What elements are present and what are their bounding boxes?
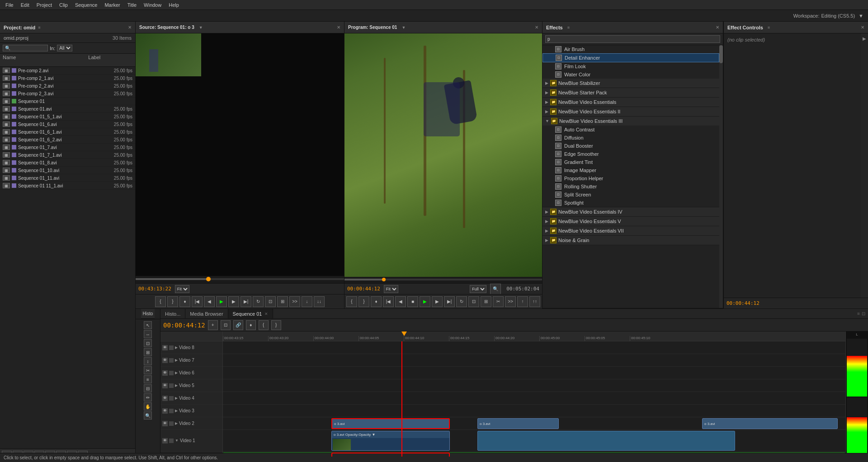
effects-group-noise-header[interactable]: ▶ 📁 Noise & Grain [542, 236, 719, 245]
track-v6-row[interactable] [223, 367, 845, 379]
clip-v2-o3avi-3[interactable]: o 3.avi [702, 418, 838, 429]
track-v1-lock[interactable] [169, 439, 174, 443]
track-v7-eye[interactable]: 👁 [162, 358, 168, 363]
effects-group-nbeiii-header[interactable]: ▼ 📁 NewBlue Video Essentials III [542, 117, 719, 126]
program-out-point-btn[interactable]: } [359, 296, 369, 307]
program-add-marker-btn[interactable]: ♦ [371, 296, 382, 307]
effects-item-edge-smoother[interactable]: ⊡ Edge Smoother [542, 150, 719, 158]
menu-help[interactable]: Help [165, 1, 183, 9]
menu-file[interactable]: File [2, 1, 17, 9]
program-quality-select[interactable]: Full [470, 285, 486, 293]
source-out-point-btn[interactable]: } [167, 296, 178, 307]
track-v6-expand[interactable]: ▶ [175, 371, 178, 375]
workspace-collapse-btn[interactable]: ▼ [859, 13, 863, 19]
slip-tool-btn[interactable]: ≡ [144, 375, 152, 383]
track-v1-row[interactable]: o 3.avi Opacity:Opacity ▼ [223, 430, 845, 452]
project-panel-menu-btn[interactable]: ≡ [38, 25, 40, 30]
razor-tool-btn[interactable]: ✂ [144, 366, 152, 374]
menu-sequence[interactable]: Sequence [71, 1, 101, 9]
project-list-item[interactable]: ▦ Sequence 01_7.avi 25.00 fps [0, 144, 135, 151]
program-stop-btn[interactable]: ■ [407, 296, 418, 307]
effects-item-split-screen[interactable]: ⊡ Split Screen [542, 191, 719, 199]
workspace-name[interactable]: Editing (CS5.5) [821, 13, 855, 19]
effects-item-image-mapper[interactable]: ⊡ Image Mapper [542, 166, 719, 174]
effects-item-airbrush[interactable]: ⊡ Air Brush [542, 45, 719, 53]
effects-item-gradient-tint[interactable]: ⊡ Gradient Tint [542, 158, 719, 166]
track-v8-expand[interactable]: ▶ [175, 345, 178, 350]
timeline-ruler[interactable]: 00:00:43:15 00:00:43:20 00:00:44:00 00:0… [223, 331, 845, 341]
track-v8-row[interactable] [223, 341, 845, 354]
source-more-btn[interactable]: >> [289, 296, 300, 307]
track-v5-eye[interactable]: 👁 [162, 383, 168, 388]
effects-scrollbar[interactable] [719, 45, 723, 308]
menu-clip[interactable]: Clip [56, 1, 71, 9]
source-scrubber[interactable] [136, 276, 344, 283]
set-out-btn[interactable]: } [271, 320, 281, 330]
project-panel-close-btn[interactable]: ✕ [128, 25, 132, 30]
effects-item-water-color[interactable]: ⊡ Water Color [542, 70, 719, 79]
source-insert-btn[interactable]: ↓ [302, 296, 312, 307]
track-v1-eye[interactable]: 👁 [162, 438, 168, 443]
project-list-item[interactable]: ▦ Sequence 01_11.avi 25.00 fps [0, 174, 135, 182]
project-list-item[interactable]: ▦ Sequence 01_5_1.avi 25.00 fps [0, 113, 135, 121]
project-list-item[interactable]: ▦ Sequence 01_6.avi 25.00 fps [0, 121, 135, 128]
filter-dropdown[interactable]: All [57, 45, 72, 51]
menu-title[interactable]: Title [124, 1, 140, 9]
program-zoom-btn[interactable]: 🔍 [490, 284, 501, 294]
track-v3-row[interactable] [223, 405, 845, 417]
clip-v2-o3avi-selected[interactable]: o 3.avi [331, 418, 450, 429]
effects-item-rolling-shutter[interactable]: ⊡ Rolling Shutter [542, 182, 719, 191]
program-safe-margins-btn[interactable]: ⊡ [468, 296, 479, 307]
program-more-btn[interactable]: >> [505, 296, 516, 307]
add-marker-tl-btn[interactable]: ♦ [246, 320, 256, 330]
program-go-prev-edit-btn[interactable]: |◀ [383, 296, 394, 307]
add-track-btn[interactable]: + [208, 320, 218, 330]
track-v5-expand[interactable]: ▶ [175, 383, 178, 387]
track-v7-lock[interactable] [169, 358, 174, 363]
track-v8-lock[interactable] [169, 345, 174, 350]
source-loop-btn[interactable]: ↻ [253, 296, 264, 307]
source-in-point-btn[interactable]: { [155, 296, 166, 307]
source-overwrite-btn[interactable]: ↓↓ [314, 296, 325, 307]
effect-controls-menu[interactable]: ≡ [768, 25, 770, 30]
effects-item-proportion-helper[interactable]: ⊡ Proportion Helper [542, 174, 719, 182]
effects-group-newblue-starter-header[interactable]: ▶ 📁 NewBlue Starter Pack [542, 88, 719, 97]
effects-panel-close[interactable]: ✕ [716, 25, 719, 30]
program-monitor-menu[interactable]: ▼ [401, 25, 406, 30]
effects-search-input[interactable] [545, 35, 720, 43]
effects-item-spotlight[interactable]: ⊡ Spotlight [542, 199, 719, 207]
program-step-back-btn[interactable]: ◀ [395, 296, 406, 307]
source-go-prev-edit-btn[interactable]: |◀ [192, 296, 203, 307]
timeline-tab-media-browser[interactable]: Media Browser [185, 309, 228, 318]
effect-controls-close[interactable]: ✕ [861, 25, 864, 30]
source-add-marker-btn[interactable]: ♦ [179, 296, 190, 307]
track-v5-lock[interactable] [169, 383, 174, 388]
slide-tool-btn[interactable]: ⊟ [144, 384, 152, 392]
set-in-btn[interactable]: { [259, 320, 269, 330]
project-list-item[interactable]: ▦ Sequence 01.avi 25.00 fps [0, 105, 135, 113]
track-v6-eye[interactable]: 👁 [162, 370, 168, 376]
clip-v1-o3avi[interactable]: o 3.avi Opacity:Opacity ▼ [331, 431, 450, 451]
menu-edit[interactable]: Edit [17, 1, 33, 9]
project-list-item[interactable]: ▦ Sequence 01 [0, 98, 135, 105]
source-output-btn[interactable]: ⊞ [277, 296, 288, 307]
source-monitor-menu[interactable]: ▼ [199, 25, 203, 30]
project-search-input[interactable] [3, 45, 48, 51]
track-v2-eye[interactable]: 👁 [162, 421, 168, 426]
timeline-tab-history[interactable]: Histo... [160, 309, 185, 318]
pen-tool-btn[interactable]: ✏ [144, 393, 152, 401]
project-list-item[interactable]: ▦ Sequence 01_7_1.avi 25.00 fps [0, 151, 135, 159]
panel-menu-icon[interactable]: ≡ [857, 311, 860, 316]
source-fit-select[interactable]: Fit [175, 285, 189, 293]
linked-selection-btn[interactable]: 🔗 [233, 320, 243, 330]
menu-window[interactable]: Window [140, 1, 165, 9]
menu-marker[interactable]: Marker [101, 1, 123, 9]
program-play-btn[interactable]: ▶ [420, 296, 430, 307]
source-step-fwd-btn[interactable]: ▶ [228, 296, 239, 307]
project-list-item[interactable]: ▦ Sequence 01_6_1.avi 25.00 fps [0, 128, 135, 136]
program-go-next-edit-btn[interactable]: ▶| [444, 296, 455, 307]
program-lift-btn[interactable]: ↑ [517, 296, 528, 307]
track-v4-row[interactable] [223, 392, 845, 405]
source-monitor-close[interactable]: ✕ [337, 25, 340, 30]
sequence01-tab-close[interactable]: ✕ [264, 312, 268, 316]
